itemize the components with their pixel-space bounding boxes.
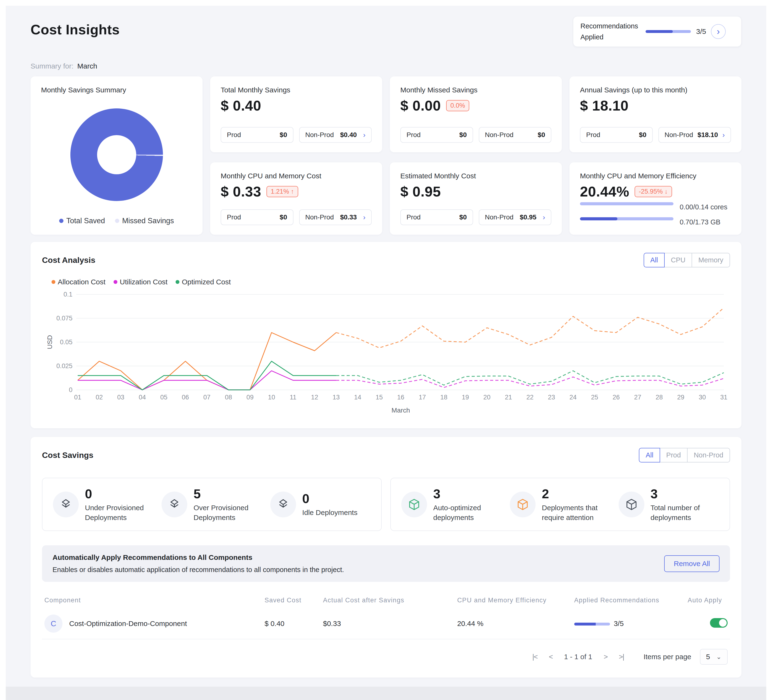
stat-deployments-that-require-attention: 2Deployments that require attention [510,486,618,522]
svg-text:0.1: 0.1 [64,291,72,298]
svg-text:28: 28 [656,394,663,401]
recommendations-detail-button[interactable]: › [711,24,726,39]
layers-icon [53,492,79,517]
chevron-right-icon: › [543,214,545,221]
chevron-right-icon: › [716,27,720,36]
efficiency-badge: -25.95% ↓ [635,186,672,197]
nonprod-pill[interactable]: Non-Prod $18.10 › [658,127,731,143]
pagination: |< < 1 - 1 of 1 > >| Items per page 5 ⌄ [42,649,730,665]
cost-savings-tab-all[interactable]: All [639,448,660,462]
svg-text:March: March [391,407,410,414]
nonprod-label: Non-Prod [485,213,514,221]
svg-text:31: 31 [720,394,728,401]
monthly-missed-savings-value: $ 0.00 [400,97,441,114]
card-title: Monthly Missed Savings [400,86,551,94]
next-page-icon[interactable]: > [602,651,609,662]
column-header-applied-recommendations: Applied Recommendations [572,592,685,608]
layers-icon [162,492,187,517]
auto-apply-toggle[interactable] [710,618,728,628]
prod-pill: Prod $0 [221,209,293,225]
cost-analysis-tab-cpu[interactable]: CPU [664,253,692,267]
legend-label: Allocation Cost [58,278,105,286]
prod-value: $0 [280,213,287,221]
chevron-right-icon: › [722,131,725,138]
svg-text:0.075: 0.075 [56,315,72,322]
cost-savings-tab-non-prod[interactable]: Non-Prod [687,448,730,462]
toggle-knob [719,619,727,627]
component-name: Cost-Optimization-Demo-Component [69,620,187,628]
legend-dot-icon [114,280,118,284]
missed-savings-badge: 0.0% [446,100,469,111]
svg-text:01: 01 [74,394,81,401]
stat-idle-deployments: 0Idle Deployments [270,486,379,522]
card-title: Annual Savings (up to this month) [580,86,731,94]
remove-all-button[interactable]: Remove All [664,555,720,572]
estimated-monthly-cost-card: Estimated Monthly Cost $ 0.95 Prod $0 No… [390,162,562,235]
legend-label: Optimized Cost [182,278,231,286]
svg-text:20: 20 [483,394,491,401]
svg-text:13: 13 [332,394,340,401]
svg-text:07: 07 [203,394,210,401]
chart-legend-item: Utilization Cost [114,278,167,286]
cost-savings-tab-prod[interactable]: Prod [660,448,687,462]
svg-text:22: 22 [527,394,534,401]
prod-label: Prod [586,131,600,139]
nonprod-value: $0 [538,131,545,139]
chart-legend-item: Optimized Cost [176,278,231,286]
svg-text:18: 18 [440,394,447,401]
nonprod-label: Non-Prod [305,131,334,139]
prod-pill: Prod $0 [400,127,473,143]
legend-dot-icon [59,219,64,223]
prod-value: $0 [280,131,287,139]
page: Cost Insights Recommendations Applied 3/… [0,0,772,687]
items-per-page-select[interactable]: 5 ⌄ [700,649,728,665]
svg-text:17: 17 [419,394,426,401]
donut-legend-item: Missed Savings [115,216,174,225]
last-page-icon[interactable]: >| [617,651,625,662]
svg-text:0: 0 [69,386,72,393]
table-row[interactable]: CCost-Optimization-Demo-Component$ 0.40$… [42,608,730,639]
layers-icon [270,492,296,517]
nonprod-pill[interactable]: Non-Prod $0.33 › [299,209,372,225]
nonprod-pill[interactable]: Non-Prod $0.40 › [299,127,372,143]
cost-analysis-title: Cost Analysis [42,256,95,265]
stat-label: Over Provisioned Deployments [193,503,267,522]
nonprod-value: $0.95 [520,213,536,221]
svg-text:16: 16 [397,394,404,401]
cpu-memory-cost-badge: 1.21% ↑ [267,186,298,197]
previous-page-icon[interactable]: < [548,651,554,662]
cost-analysis-tab-memory[interactable]: Memory [692,253,730,267]
cost-savings-section: Cost Savings AllProdNon-Prod 0Under Prov… [31,437,741,677]
summary-for-value: March [77,62,97,70]
svg-text:USD: USD [46,335,54,349]
savings-donut-chart [70,108,163,201]
cost-analysis-section: Cost Analysis AllCPUMemory Allocation Co… [31,242,741,428]
stat-label: Idle Deployments [302,508,358,518]
cpu-memory-cost-value: $ 0.33 [221,184,261,200]
cost-analysis-tab-all[interactable]: All [644,253,665,267]
column-header-actual-cost-after-savings: Actual Cost after Savings [321,592,455,608]
svg-text:0.05: 0.05 [60,339,72,346]
nonprod-pill: Non-Prod $0 [479,127,551,143]
first-page-icon[interactable]: |< [531,651,539,662]
svg-text:10: 10 [268,394,275,401]
column-header-component: Component [42,592,262,608]
cost-savings-tabs: AllProdNon-Prod [639,448,730,462]
stat-label: Under Provisioned Deployments [85,503,159,522]
page-title: Cost Insights [31,21,120,38]
auto-apply-title: Automatically Apply Recommendations to A… [52,553,344,562]
cpu-usage-text: 0.00/0.14 cores [680,203,728,211]
column-header-cpu-and-memory-efficiency: CPU and Memory Efficiency [455,592,572,608]
stat-over-provisioned-deployments: 5Over Provisioned Deployments [162,486,270,522]
cpu-usage-bar [580,202,674,205]
nonprod-pill[interactable]: Non-Prod $0.95 › [479,209,551,225]
cost-insights-page: Cost Insights Recommendations Applied 3/… [6,6,766,687]
svg-text:12: 12 [311,394,318,401]
svg-text:06: 06 [182,394,189,401]
stat-value: 0 [85,486,159,501]
components-table: ComponentSaved CostActual Cost after Sav… [42,592,730,639]
card-title: Estimated Monthly Cost [400,172,551,180]
legend-label: Missed Savings [122,216,174,225]
actual-cost-cell: $0.33 [321,608,455,639]
chart-legend: Allocation CostUtilization CostOptimized… [52,278,730,286]
